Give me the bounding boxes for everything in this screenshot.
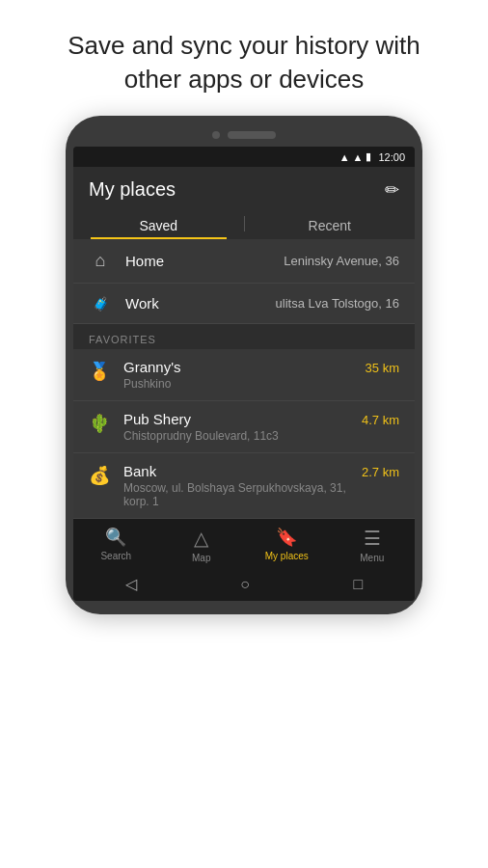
tab-recent[interactable]: Recent <box>245 208 416 239</box>
tab-saved[interactable]: Saved <box>73 208 244 239</box>
pubshery-icon: 🌵 <box>89 413 112 434</box>
list-item-home[interactable]: ⌂ Home Leninsky Avenue, 36 <box>73 239 415 284</box>
edit-icon[interactable]: ✏ <box>385 179 399 201</box>
grannys-name: Granny's <box>123 359 366 375</box>
grannys-distance: 35 km <box>366 361 399 375</box>
favorites-header: FAVORITES <box>73 324 415 349</box>
fav-item-grannys[interactable]: 🏅 Granny's Pushkino 35 km <box>73 349 415 401</box>
back-button[interactable]: ◁ <box>125 575 137 593</box>
header-text: Save and sync your history with other ap… <box>0 0 488 116</box>
nav-menu[interactable]: ☰ Menu <box>343 527 401 563</box>
home-icon: ⌂ <box>89 251 112 271</box>
work-label: Work <box>125 295 276 312</box>
phone-screen: ▲ ▲ ▮ 12:00 My places ✏ Saved Recent ⌂ H… <box>73 147 415 601</box>
status-bar: ▲ ▲ ▮ 12:00 <box>73 147 415 167</box>
home-button[interactable]: ○ <box>240 576 250 593</box>
bank-icon: 💰 <box>89 465 112 486</box>
menu-icon: ☰ <box>364 527 381 550</box>
nav-menu-label: Menu <box>360 553 384 563</box>
myplaces-icon: 🔖 <box>276 527 297 548</box>
speaker <box>228 131 276 139</box>
work-address: ulitsa Lva Tolstogo, 16 <box>276 296 399 311</box>
recents-button[interactable]: □ <box>354 576 364 593</box>
search-icon: 🔍 <box>105 527 126 548</box>
bank-distance: 2.7 km <box>362 465 399 479</box>
home-address: Leninsky Avenue, 36 <box>284 254 399 268</box>
list-item-work[interactable]: 🧳 Work ulitsa Lva Tolstogo, 16 <box>73 284 415 324</box>
nav-map[interactable]: △ Map <box>173 527 230 563</box>
bank-address: Moscow, ul. Bolshaya Serpukhovskaya, 31,… <box>123 481 362 508</box>
time-display: 12:00 <box>378 151 405 163</box>
home-label: Home <box>125 253 284 269</box>
app-title: My places <box>89 178 176 201</box>
bottom-nav: 🔍 Search △ Map 🔖 My places ☰ Menu <box>73 519 415 567</box>
nav-myplaces[interactable]: 🔖 My places <box>258 527 315 563</box>
bank-name: Bank <box>123 463 362 479</box>
nav-map-label: Map <box>192 553 210 563</box>
nav-myplaces-label: My places <box>265 551 309 561</box>
nav-search[interactable]: 🔍 Search <box>87 527 145 563</box>
camera-dot <box>212 131 220 139</box>
battery-icon: ▮ <box>366 150 371 163</box>
grannys-address: Pushkino <box>123 377 366 391</box>
app-header: My places ✏ <box>73 167 415 208</box>
pubshery-address: Chistoprudny Boulevard, 11c3 <box>123 429 362 443</box>
wifi-icon: ▲ <box>339 151 350 163</box>
fav-item-bank[interactable]: 💰 Bank Moscow, ul. Bolshaya Serpukhovska… <box>73 453 415 519</box>
nav-search-label: Search <box>100 551 131 561</box>
phone-frame: ▲ ▲ ▮ 12:00 My places ✏ Saved Recent ⌂ H… <box>66 116 422 614</box>
tabs-row: Saved Recent <box>73 208 415 239</box>
map-icon: △ <box>194 527 208 550</box>
work-icon: 🧳 <box>89 296 112 312</box>
android-nav-bar: ◁ ○ □ <box>73 567 415 601</box>
signal-icon: ▲ <box>353 151 364 163</box>
pubshery-name: Pub Shery <box>123 411 362 427</box>
pubshery-distance: 4.7 km <box>362 413 399 427</box>
grannys-icon: 🏅 <box>89 361 112 382</box>
fav-item-pubshery[interactable]: 🌵 Pub Shery Chistoprudny Boulevard, 11c3… <box>73 401 415 453</box>
